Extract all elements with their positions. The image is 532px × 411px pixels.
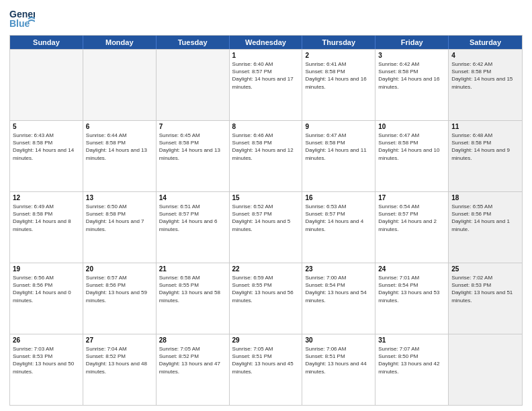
day-number: 13	[86, 194, 153, 201]
day-info: Sunrise: 6:48 AM Sunset: 8:58 PM Dayligh…	[451, 132, 519, 162]
day-info: Sunrise: 6:42 AM Sunset: 8:58 PM Dayligh…	[378, 60, 445, 91]
day-number: 11	[451, 123, 519, 130]
calendar-body: 1Sunrise: 6:40 AM Sunset: 8:57 PM Daylig…	[10, 49, 522, 405]
weekday-header-wednesday: Wednesday	[230, 36, 303, 49]
day-info: Sunrise: 6:44 AM Sunset: 8:58 PM Dayligh…	[86, 132, 153, 162]
day-number: 15	[232, 194, 300, 201]
calendar-row-2: 12Sunrise: 6:49 AM Sunset: 8:58 PM Dayli…	[10, 191, 522, 263]
day-number: 5	[13, 123, 80, 130]
calendar-day-30: 30Sunrise: 7:06 AM Sunset: 8:51 PM Dayli…	[302, 334, 375, 405]
weekday-header-saturday: Saturday	[449, 36, 522, 49]
day-number: 4	[451, 52, 519, 59]
day-info: Sunrise: 6:52 AM Sunset: 8:57 PM Dayligh…	[232, 203, 300, 233]
calendar-day-10: 10Sunrise: 6:47 AM Sunset: 8:58 PM Dayli…	[375, 121, 449, 191]
day-number: 9	[305, 123, 372, 130]
day-info: Sunrise: 6:58 AM Sunset: 8:55 PM Dayligh…	[159, 274, 226, 304]
calendar-day-2: 2Sunrise: 6:41 AM Sunset: 8:58 PM Daylig…	[302, 50, 375, 120]
calendar-day-1: 1Sunrise: 6:40 AM Sunset: 8:57 PM Daylig…	[230, 50, 303, 120]
calendar-day-6: 6Sunrise: 6:44 AM Sunset: 8:58 PM Daylig…	[83, 121, 157, 191]
day-number: 31	[378, 336, 445, 344]
day-info: Sunrise: 6:47 AM Sunset: 8:58 PM Dayligh…	[305, 132, 372, 162]
day-number: 20	[86, 265, 153, 273]
calendar-day-18: 18Sunrise: 6:55 AM Sunset: 8:56 PM Dayli…	[449, 192, 522, 263]
logo-icon: General Blue	[9, 7, 35, 31]
calendar-day-19: 19Sunrise: 6:56 AM Sunset: 8:56 PM Dayli…	[10, 263, 83, 334]
day-info: Sunrise: 7:02 AM Sunset: 8:53 PM Dayligh…	[451, 274, 519, 304]
calendar-day-4: 4Sunrise: 6:42 AM Sunset: 8:58 PM Daylig…	[449, 50, 522, 120]
day-number: 8	[232, 123, 300, 130]
day-info: Sunrise: 6:43 AM Sunset: 8:58 PM Dayligh…	[13, 132, 80, 162]
day-info: Sunrise: 6:42 AM Sunset: 8:58 PM Dayligh…	[451, 60, 519, 91]
day-info: Sunrise: 7:00 AM Sunset: 8:54 PM Dayligh…	[305, 274, 372, 304]
day-number: 14	[159, 194, 226, 201]
day-info: Sunrise: 7:05 AM Sunset: 8:52 PM Dayligh…	[159, 345, 226, 375]
day-info: Sunrise: 7:04 AM Sunset: 8:52 PM Dayligh…	[86, 345, 153, 375]
day-number: 30	[305, 336, 372, 344]
calendar-day-21: 21Sunrise: 6:58 AM Sunset: 8:55 PM Dayli…	[157, 263, 230, 334]
day-info: Sunrise: 6:59 AM Sunset: 8:55 PM Dayligh…	[232, 274, 300, 304]
day-number: 23	[305, 265, 372, 273]
calendar-row-3: 19Sunrise: 6:56 AM Sunset: 8:56 PM Dayli…	[10, 263, 522, 334]
weekday-header-thursday: Thursday	[302, 36, 375, 49]
calendar-header: SundayMondayTuesdayWednesdayThursdayFrid…	[10, 36, 522, 49]
calendar-day-13: 13Sunrise: 6:50 AM Sunset: 8:58 PM Dayli…	[83, 192, 157, 263]
header: General Blue	[9, 7, 523, 31]
day-number: 10	[378, 123, 445, 130]
calendar-day-20: 20Sunrise: 6:57 AM Sunset: 8:56 PM Dayli…	[83, 263, 157, 334]
calendar-day-5: 5Sunrise: 6:43 AM Sunset: 8:58 PM Daylig…	[10, 121, 83, 191]
page: General Blue SundayMondayTuesdayWednesda…	[0, 0, 532, 411]
day-info: Sunrise: 7:05 AM Sunset: 8:51 PM Dayligh…	[232, 345, 300, 375]
calendar-day-8: 8Sunrise: 6:46 AM Sunset: 8:58 PM Daylig…	[230, 121, 303, 191]
calendar-empty-cell	[449, 334, 522, 405]
weekday-header-tuesday: Tuesday	[157, 36, 230, 49]
day-number: 29	[232, 336, 300, 344]
day-number: 16	[305, 194, 372, 201]
weekday-header-friday: Friday	[375, 36, 449, 49]
calendar-day-14: 14Sunrise: 6:51 AM Sunset: 8:57 PM Dayli…	[157, 192, 230, 263]
day-info: Sunrise: 6:40 AM Sunset: 8:57 PM Dayligh…	[232, 60, 300, 91]
calendar-empty-cell	[157, 50, 230, 120]
day-number: 24	[378, 265, 445, 273]
day-info: Sunrise: 7:06 AM Sunset: 8:51 PM Dayligh…	[305, 345, 372, 375]
calendar-day-17: 17Sunrise: 6:54 AM Sunset: 8:57 PM Dayli…	[375, 192, 449, 263]
day-info: Sunrise: 6:46 AM Sunset: 8:58 PM Dayligh…	[232, 132, 300, 162]
calendar-day-24: 24Sunrise: 7:01 AM Sunset: 8:54 PM Dayli…	[375, 263, 449, 334]
calendar-day-26: 26Sunrise: 7:03 AM Sunset: 8:53 PM Dayli…	[10, 334, 83, 405]
calendar-day-22: 22Sunrise: 6:59 AM Sunset: 8:55 PM Dayli…	[230, 263, 303, 334]
calendar-row-0: 1Sunrise: 6:40 AM Sunset: 8:57 PM Daylig…	[10, 49, 522, 120]
day-info: Sunrise: 6:56 AM Sunset: 8:56 PM Dayligh…	[13, 274, 80, 304]
weekday-header-sunday: Sunday	[10, 36, 83, 49]
calendar-day-3: 3Sunrise: 6:42 AM Sunset: 8:58 PM Daylig…	[375, 50, 449, 120]
calendar-row-1: 5Sunrise: 6:43 AM Sunset: 8:58 PM Daylig…	[10, 120, 522, 191]
day-number: 25	[451, 265, 519, 273]
day-info: Sunrise: 7:07 AM Sunset: 8:50 PM Dayligh…	[378, 345, 445, 375]
calendar-day-29: 29Sunrise: 7:05 AM Sunset: 8:51 PM Dayli…	[230, 334, 303, 405]
logo: General Blue	[9, 7, 35, 31]
day-number: 27	[86, 336, 153, 344]
day-number: 1	[232, 52, 300, 59]
day-number: 26	[13, 336, 80, 344]
calendar-day-27: 27Sunrise: 7:04 AM Sunset: 8:52 PM Dayli…	[83, 334, 157, 405]
day-number: 7	[159, 123, 226, 130]
day-info: Sunrise: 7:03 AM Sunset: 8:53 PM Dayligh…	[13, 345, 80, 375]
day-number: 12	[13, 194, 80, 201]
calendar-day-25: 25Sunrise: 7:02 AM Sunset: 8:53 PM Dayli…	[449, 263, 522, 334]
day-number: 6	[86, 123, 153, 130]
day-number: 17	[378, 194, 445, 201]
day-number: 18	[451, 194, 519, 201]
calendar-day-31: 31Sunrise: 7:07 AM Sunset: 8:50 PM Dayli…	[375, 334, 449, 405]
day-number: 19	[13, 265, 80, 273]
day-info: Sunrise: 6:50 AM Sunset: 8:58 PM Dayligh…	[86, 203, 153, 233]
day-info: Sunrise: 6:51 AM Sunset: 8:57 PM Dayligh…	[159, 203, 226, 233]
calendar-day-23: 23Sunrise: 7:00 AM Sunset: 8:54 PM Dayli…	[302, 263, 375, 334]
calendar-day-15: 15Sunrise: 6:52 AM Sunset: 8:57 PM Dayli…	[230, 192, 303, 263]
day-info: Sunrise: 6:53 AM Sunset: 8:57 PM Dayligh…	[305, 203, 372, 233]
calendar-day-12: 12Sunrise: 6:49 AM Sunset: 8:58 PM Dayli…	[10, 192, 83, 263]
day-info: Sunrise: 7:01 AM Sunset: 8:54 PM Dayligh…	[378, 274, 445, 304]
day-info: Sunrise: 6:54 AM Sunset: 8:57 PM Dayligh…	[378, 203, 445, 233]
calendar-day-7: 7Sunrise: 6:45 AM Sunset: 8:58 PM Daylig…	[157, 121, 230, 191]
calendar-row-4: 26Sunrise: 7:03 AM Sunset: 8:53 PM Dayli…	[10, 334, 522, 405]
day-number: 22	[232, 265, 300, 273]
day-info: Sunrise: 6:49 AM Sunset: 8:58 PM Dayligh…	[13, 203, 80, 233]
day-info: Sunrise: 6:57 AM Sunset: 8:56 PM Dayligh…	[86, 274, 153, 304]
